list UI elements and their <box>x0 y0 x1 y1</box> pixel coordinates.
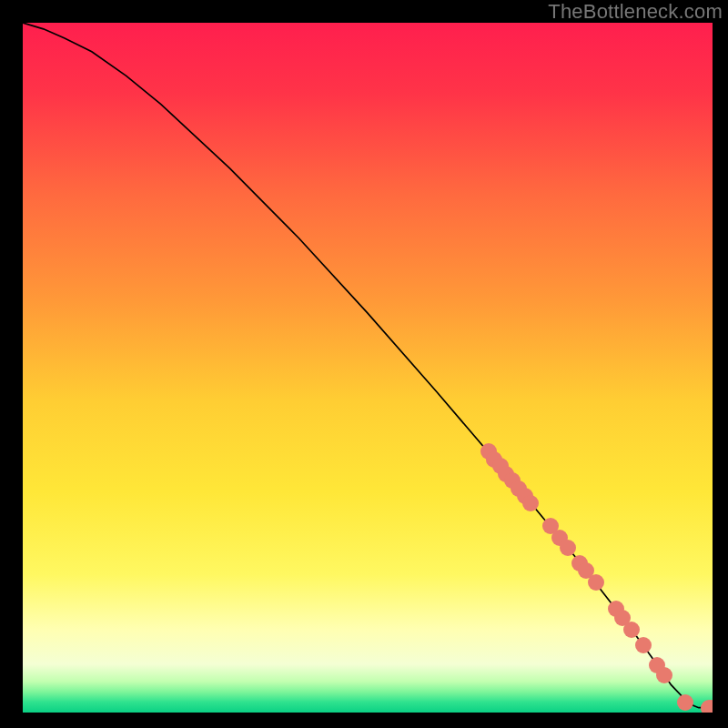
data-point <box>588 574 604 591</box>
data-point <box>677 694 693 711</box>
chart-root: TheBottleneck.com <box>0 0 728 728</box>
watermark-text: TheBottleneck.com <box>548 0 723 24</box>
plot-area <box>23 23 713 713</box>
data-point <box>635 637 652 653</box>
scatter-layer <box>23 23 713 713</box>
data-point <box>704 700 713 713</box>
data-point <box>623 622 640 638</box>
data-point <box>656 667 672 683</box>
data-point <box>560 540 576 556</box>
data-point <box>522 495 539 511</box>
